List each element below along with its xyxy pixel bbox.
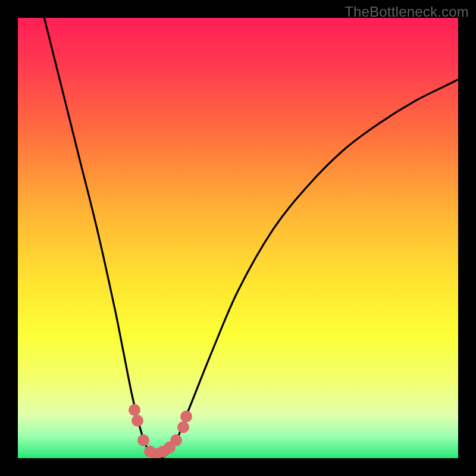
bottleneck-marker bbox=[129, 404, 140, 416]
bottleneck-marker bbox=[180, 411, 192, 422]
bottleneck-marker bbox=[170, 434, 182, 446]
bottleneck-marker bbox=[137, 434, 149, 446]
bottleneck-marker bbox=[131, 415, 143, 427]
plot-area bbox=[18, 18, 458, 458]
chart-frame: TheBottleneck.com bbox=[0, 0, 476, 476]
bottleneck-marker bbox=[177, 421, 189, 433]
watermark-label: TheBottleneck.com bbox=[345, 4, 469, 20]
bottleneck-curve bbox=[18, 18, 458, 458]
